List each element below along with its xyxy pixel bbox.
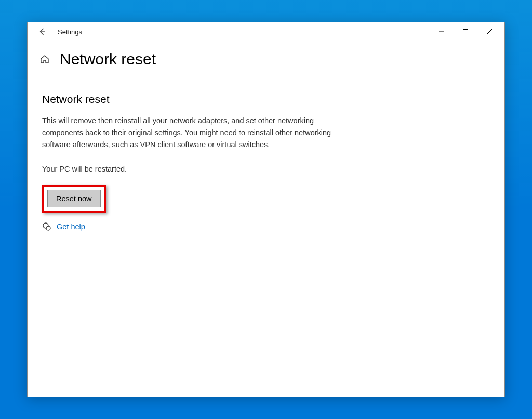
section-heading: Network reset (42, 93, 350, 106)
svg-rect-1 (463, 30, 468, 34)
back-button[interactable] (36, 25, 48, 38)
maximize-button[interactable] (454, 24, 477, 40)
description-text: This will remove then reinstall all your… (42, 115, 350, 151)
close-button[interactable] (477, 24, 501, 40)
reset-now-button[interactable]: Reset now (47, 190, 101, 207)
app-title: Settings (58, 28, 82, 36)
page-header: Network reset (28, 50, 504, 68)
get-help-link[interactable]: Get help (57, 222, 85, 231)
page-title: Network reset (60, 50, 156, 68)
highlight-annotation: Reset now (42, 185, 106, 213)
home-icon-svg (39, 54, 50, 64)
close-icon (487, 29, 492, 34)
back-arrow-icon (38, 28, 46, 36)
help-row: Get help (42, 222, 350, 231)
restart-note: Your PC will be restarted. (42, 165, 350, 173)
titlebar: Settings (28, 22, 504, 41)
svg-point-5 (46, 226, 50, 230)
content-area: Network reset Network reset This will re… (28, 41, 504, 231)
maximize-icon (463, 29, 468, 34)
body-region: Network reset This will remove then rein… (28, 93, 350, 231)
home-icon[interactable] (39, 54, 50, 65)
settings-window: Settings (27, 22, 505, 397)
minimize-icon (439, 29, 444, 34)
help-icon (42, 222, 51, 231)
minimize-button[interactable] (430, 24, 454, 40)
window-controls (430, 24, 501, 40)
